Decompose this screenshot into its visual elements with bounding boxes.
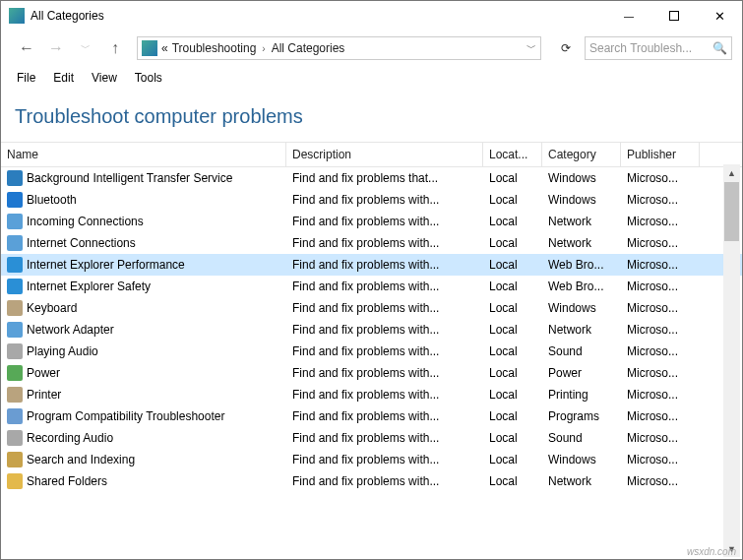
item-icon (7, 408, 23, 424)
item-name: Bluetooth (27, 193, 77, 207)
item-category: Sound (542, 431, 621, 445)
menu-file[interactable]: File (9, 69, 43, 87)
item-category: Network (542, 215, 621, 228)
column-publisher[interactable]: Publisher (621, 143, 700, 166)
item-icon (7, 452, 23, 467)
item-publisher: Microso... (621, 431, 700, 445)
table-row[interactable]: Incoming ConnectionsFind and fix problem… (1, 211, 742, 232)
search-input[interactable]: Search Troublesh... 🔍 (585, 36, 732, 60)
refresh-button[interactable]: ⟳ (553, 36, 579, 60)
address-bar[interactable]: « Troubleshooting › All Categories ﹀ (137, 36, 541, 60)
item-icon (7, 343, 23, 359)
item-icon (7, 279, 23, 294)
item-description: Find and fix problems with... (286, 344, 483, 358)
item-publisher: Microso... (621, 215, 700, 228)
item-publisher: Microso... (621, 409, 700, 423)
close-button[interactable] (697, 1, 742, 31)
item-icon (7, 430, 23, 446)
item-name: Internet Explorer Performance (27, 258, 185, 272)
item-description: Find and fix problems with... (286, 409, 483, 423)
item-location: Local (483, 323, 542, 337)
item-description: Find and fix problems with... (286, 453, 483, 467)
address-dropdown-icon[interactable]: ﹀ (526, 41, 536, 55)
item-icon (7, 300, 23, 316)
menu-edit[interactable]: Edit (45, 69, 82, 87)
back-button[interactable]: ← (15, 36, 38, 60)
item-category: Windows (542, 171, 621, 185)
column-name[interactable]: Name (1, 143, 286, 166)
item-location: Local (483, 453, 542, 467)
item-description: Find and fix problems with... (286, 301, 483, 315)
table-row[interactable]: PrinterFind and fix problems with...Loca… (1, 384, 742, 405)
recent-dropdown[interactable]: ﹀ (74, 36, 97, 60)
table-row[interactable]: Network AdapterFind and fix problems wit… (1, 319, 742, 341)
titlebar: All Categories (1, 1, 742, 31)
item-location: Local (483, 344, 542, 358)
item-icon (7, 322, 23, 338)
column-location[interactable]: Locat... (483, 143, 542, 166)
item-category: Programs (542, 409, 621, 423)
forward-button[interactable]: → (44, 36, 68, 60)
table-header: Name Description Locat... Category Publi… (1, 142, 742, 167)
search-placeholder: Search Troublesh... (589, 41, 692, 55)
breadcrumb-root[interactable]: « (161, 41, 168, 55)
window-title: All Categories (31, 9, 606, 23)
breadcrumb-troubleshooting[interactable]: Troubleshooting (172, 41, 257, 55)
column-category[interactable]: Category (542, 143, 621, 166)
maximize-button[interactable] (651, 1, 697, 31)
table-row[interactable]: Internet Explorer PerformanceFind and fi… (1, 254, 742, 276)
page-heading: Troubleshoot computer problems (1, 90, 742, 142)
item-description: Find and fix problems with... (286, 474, 483, 488)
item-category: Windows (542, 193, 621, 207)
item-description: Find and fix problems with... (286, 431, 483, 445)
table-row[interactable]: Search and IndexingFind and fix problems… (1, 449, 742, 470)
table-row[interactable]: KeyboardFind and fix problems with...Loc… (1, 297, 742, 319)
item-category: Web Bro... (542, 280, 621, 293)
menu-view[interactable]: View (84, 69, 125, 87)
table-body: Background Intelligent Transfer ServiceF… (1, 167, 742, 492)
table-row[interactable]: Background Intelligent Transfer ServiceF… (1, 167, 742, 189)
item-publisher: Microso... (621, 193, 700, 207)
scroll-thumb[interactable] (724, 182, 739, 241)
item-category: Network (542, 323, 621, 337)
item-description: Find and fix problems with... (286, 323, 483, 337)
location-icon (142, 40, 157, 56)
table-row[interactable]: PowerFind and fix problems with...LocalP… (1, 362, 742, 384)
item-description: Find and fix problems with... (286, 280, 483, 293)
item-icon (7, 214, 23, 229)
item-name: Power (27, 366, 60, 380)
item-location: Local (483, 409, 542, 423)
column-description[interactable]: Description (286, 143, 483, 166)
table-row[interactable]: BluetoothFind and fix problems with...Lo… (1, 189, 742, 211)
table-row[interactable]: Internet ConnectionsFind and fix problem… (1, 232, 742, 254)
table-row[interactable]: Internet Explorer SafetyFind and fix pro… (1, 276, 742, 297)
vertical-scrollbar[interactable]: ▲ ▼ (723, 164, 740, 557)
item-category: Windows (542, 453, 621, 467)
search-icon[interactable]: 🔍 (712, 41, 727, 55)
item-publisher: Microso... (621, 453, 700, 467)
table-row[interactable]: Recording AudioFind and fix problems wit… (1, 427, 742, 449)
item-location: Local (483, 171, 542, 185)
up-button[interactable]: ↑ (103, 36, 127, 60)
breadcrumb-current[interactable]: All Categories (272, 41, 345, 55)
table-row[interactable]: Program Compatibility TroubleshooterFind… (1, 405, 742, 427)
watermark: wsxdn.com (687, 546, 736, 557)
item-location: Local (483, 280, 542, 293)
item-name: Internet Explorer Safety (27, 280, 151, 293)
item-category: Printing (542, 388, 621, 402)
item-name: Internet Connections (27, 236, 136, 250)
item-description: Find and fix problems with... (286, 388, 483, 402)
minimize-button[interactable] (606, 1, 651, 31)
item-name: Search and Indexing (27, 453, 135, 467)
item-icon (7, 192, 23, 208)
item-icon (7, 365, 23, 381)
item-description: Find and fix problems with... (286, 193, 483, 207)
scroll-up-icon[interactable]: ▲ (723, 164, 740, 181)
menu-tools[interactable]: Tools (127, 69, 170, 87)
item-location: Local (483, 388, 542, 402)
item-publisher: Microso... (621, 258, 700, 272)
table-row[interactable]: Playing AudioFind and fix problems with.… (1, 341, 742, 362)
item-category: Network (542, 474, 621, 488)
item-publisher: Microso... (621, 236, 700, 250)
table-row[interactable]: Shared FoldersFind and fix problems with… (1, 470, 742, 492)
